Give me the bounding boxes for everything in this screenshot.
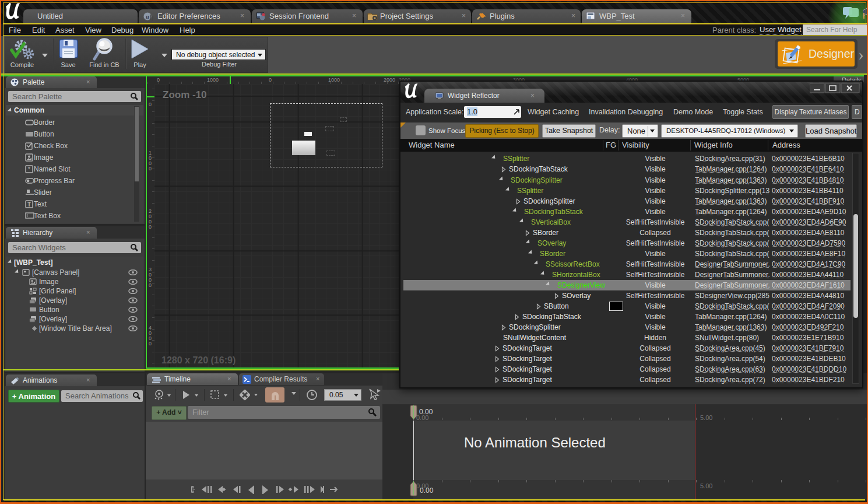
svg-text:*: *	[28, 166, 31, 173]
svg-text:T: T	[27, 201, 31, 208]
